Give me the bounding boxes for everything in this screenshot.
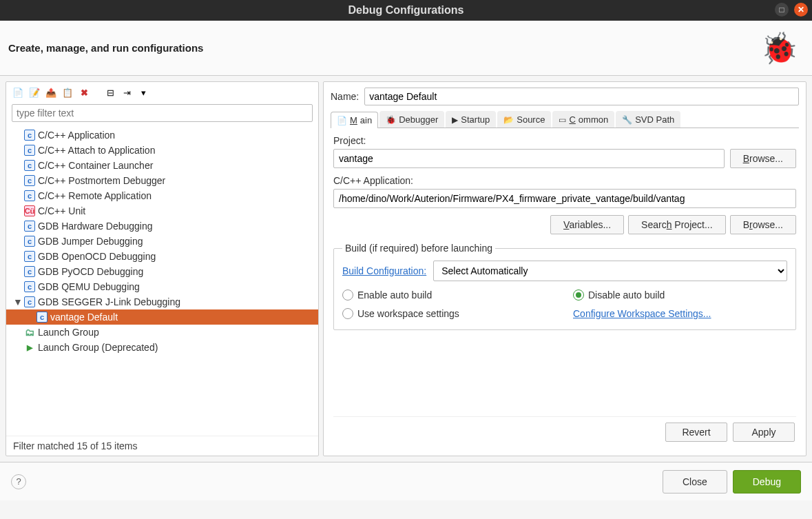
name-label: Name:	[331, 91, 359, 102]
project-label: Project:	[333, 135, 796, 146]
delete-icon[interactable]: ✖	[78, 86, 90, 99]
variables-button[interactable]: Variables...	[550, 215, 624, 234]
config-tree-panel: 📄 📝 📤 📋 ✖ ⊟ ⇥ ▾ cC/C++ ApplicationcC/C++…	[6, 81, 319, 456]
close-button[interactable]: Close	[663, 470, 727, 493]
dialog-footer: ? Close Debug	[0, 462, 812, 500]
new-prototype-icon[interactable]: 📝	[28, 86, 41, 99]
tree-item[interactable]: cC/C++ Attach to Application	[6, 143, 318, 158]
dialog-header: Create, manage, and run configurations 🐞	[0, 21, 812, 76]
radio-use-workspace[interactable]: Use workspace settings	[342, 307, 556, 320]
tab-svd-path[interactable]: 🔧SVD Path	[616, 111, 680, 128]
radio-enable-auto-build[interactable]: Enable auto build	[342, 289, 556, 301]
help-button[interactable]: ?	[11, 474, 26, 489]
tree-item[interactable]: ▶Launch Group (Deprecated)	[6, 340, 318, 355]
configure-workspace-link[interactable]: Configure Workspace Settings...	[573, 308, 711, 319]
search-project-button[interactable]: Search Project...	[628, 215, 726, 234]
window-titlebar: Debug Configurations □ ✕	[0, 0, 812, 21]
tree-filter-input[interactable]	[12, 104, 313, 122]
filter-status: Filter matched 15 of 15 items	[6, 436, 318, 456]
bug-icon: 🐞	[760, 30, 798, 66]
tree-item[interactable]: cC/C++ Remote Application	[6, 188, 318, 203]
tree-item[interactable]: cvantage Default	[6, 309, 318, 325]
project-input[interactable]	[333, 149, 725, 168]
tree-item[interactable]: cC/C++ Application	[6, 128, 318, 143]
build-config-link[interactable]: Build Configuration:	[342, 265, 426, 276]
dropdown-icon[interactable]: ▾	[137, 86, 149, 99]
tree-item[interactable]: cGDB QEMU Debugging	[6, 279, 318, 294]
tab-common[interactable]: ▭Common	[552, 111, 614, 128]
export-icon[interactable]: 📤	[45, 86, 57, 99]
build-config-select[interactable]: Select Automatically	[433, 261, 787, 281]
new-config-icon[interactable]: 📄	[12, 86, 24, 99]
revert-button[interactable]: Revert	[665, 423, 727, 442]
application-input[interactable]	[333, 189, 796, 208]
tab-bar: 📄Main🐞Debugger▶Startup📂Source▭Common🔧SVD…	[331, 111, 799, 128]
tree-item[interactable]: cC/C++ Container Launcher	[6, 158, 318, 173]
debug-button[interactable]: Debug	[733, 470, 801, 493]
tree-item[interactable]: cC/C++ Postmortem Debugger	[6, 173, 318, 188]
tab-debugger[interactable]: 🐞Debugger	[379, 111, 444, 128]
close-window-button[interactable]: ✕	[794, 3, 808, 17]
tree-item[interactable]: ▼cGDB SEGGER J-Link Debugging	[6, 294, 318, 309]
config-detail-panel: Name: 📄Main🐞Debugger▶Startup📂Source▭Comm…	[323, 81, 806, 456]
browse-project-button[interactable]: Browse...	[730, 149, 796, 168]
tree-item[interactable]: 🗂Launch Group	[6, 325, 318, 340]
browse-app-button[interactable]: Browse...	[730, 215, 796, 234]
filter-icon[interactable]: ⇥	[121, 86, 133, 99]
window-title: Debug Configurations	[348, 4, 464, 17]
duplicate-icon[interactable]: 📋	[61, 86, 74, 99]
radio-disable-auto-build[interactable]: Disable auto build	[573, 289, 787, 301]
build-legend: Build (if required) before launching	[342, 243, 495, 254]
config-tree: cC/C++ ApplicationcC/C++ Attach to Appli…	[6, 126, 318, 436]
tree-item[interactable]: cGDB Jumper Debugging	[6, 234, 318, 249]
tree-item[interactable]: CüC/C++ Unit	[6, 203, 318, 218]
apply-button[interactable]: Apply	[733, 423, 795, 442]
tree-item[interactable]: cGDB OpenOCD Debugging	[6, 249, 318, 264]
config-name-input[interactable]	[364, 88, 799, 105]
dialog-title: Create, manage, and run configurations	[8, 42, 203, 54]
tree-toolbar: 📄 📝 📤 📋 ✖ ⊟ ⇥ ▾	[6, 82, 318, 103]
collapse-all-icon[interactable]: ⊟	[104, 86, 116, 99]
tab-startup[interactable]: ▶Startup	[446, 111, 496, 128]
build-fieldset: Build (if required) before launching Bui…	[333, 243, 796, 330]
application-label: C/C++ Application:	[333, 175, 796, 186]
tab-main[interactable]: 📄Main	[331, 112, 378, 128]
tab-source[interactable]: 📂Source	[497, 111, 551, 128]
maximize-button[interactable]: □	[775, 3, 789, 17]
tree-item[interactable]: cGDB PyOCD Debugging	[6, 264, 318, 279]
tree-item[interactable]: cGDB Hardware Debugging	[6, 218, 318, 234]
